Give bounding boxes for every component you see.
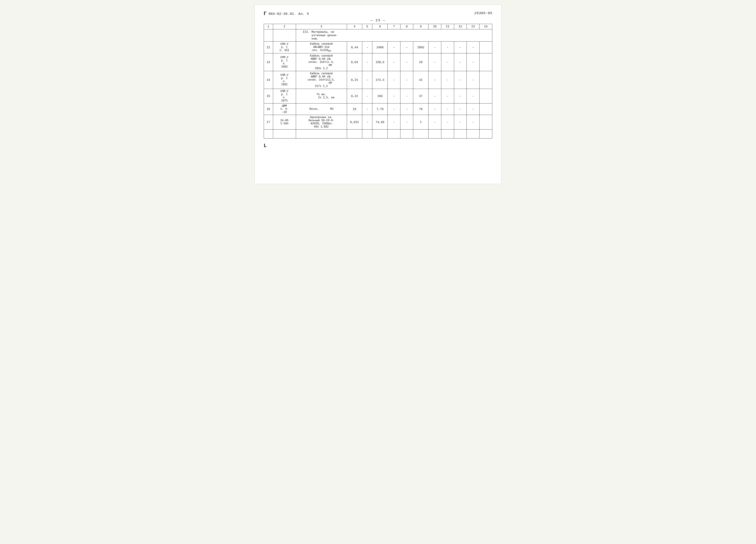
- row-I6-col6: 7,79: [372, 104, 388, 115]
- row-I4-col12: –: [454, 71, 467, 89]
- row-I7-col11: –: [441, 115, 454, 130]
- row-I3-col11: –: [441, 53, 454, 71]
- row-I2-col5: –: [362, 42, 372, 53]
- col-header-13: I3: [467, 24, 480, 29]
- row-I2-col13: –: [467, 42, 480, 53]
- col-header-5: 5: [362, 24, 372, 29]
- col-header-6: 6: [372, 24, 388, 29]
- row-I4-col5: –: [362, 71, 372, 89]
- row-I5-col6: I66: [372, 89, 388, 104]
- col-header-14: I4: [480, 24, 492, 29]
- empty-col12: [454, 130, 467, 139]
- row-I4-col9: 4I: [413, 71, 428, 89]
- row-I7-desc: Наконечник ка-бельный 50-IO-9--АУХЛЗ, IO…: [296, 115, 347, 130]
- row-I4-col11: –: [441, 71, 454, 89]
- row-I2-col6: 2460: [372, 42, 388, 53]
- row-I2-desc: Кабель силовойААLШВУ–Iквсеч. 3хI20КМ: [296, 42, 347, 53]
- row-I2-id: I2: [264, 42, 273, 53]
- row-I5-col4: 0,22: [347, 89, 362, 104]
- empty-col5: [362, 130, 372, 139]
- row-I5-col9: 37: [413, 89, 428, 104]
- row-I5-col5: –: [362, 89, 372, 104]
- row-I2-col12: –: [454, 42, 467, 53]
- empty-col1: [264, 130, 273, 139]
- footer-bracket: L: [264, 143, 492, 149]
- table-row-I5: I5 СПМ-У р. I п. I075 То же, 2х 2,5, км …: [264, 89, 492, 104]
- doc-number: 903-02-36.9I. Ал. 5: [268, 12, 309, 16]
- row-I2-ref: СПМ-У р. I п. 55I: [273, 42, 296, 53]
- row-I6-col8: –: [400, 104, 413, 115]
- row-I5-desc: То же, 2х 2,5, км: [296, 89, 347, 104]
- row-I3-ref: СПМ-У р. I п. I093: [273, 53, 296, 71]
- empty-row: [264, 130, 492, 139]
- row-I2-col14: [480, 42, 492, 53]
- main-table: 1 2 3 4 5 6 7 8 9 IO II I2 I3 I4: [264, 24, 492, 139]
- row-I5-col13: –: [467, 89, 480, 104]
- row-I3-col7: –: [388, 53, 400, 71]
- row-I6-col5: –: [362, 104, 372, 115]
- section-header-col1: [264, 29, 273, 42]
- empty-col7: [388, 130, 400, 139]
- row-I7-col9: I: [413, 115, 428, 130]
- header-left: Γ 903-02-36.9I. Ал. 5: [264, 11, 309, 16]
- row-I7-col8: –: [400, 115, 413, 130]
- row-I3-col6: 339,6: [372, 53, 388, 71]
- row-I3-col9: IO: [413, 53, 428, 71]
- section-header-row: III. Материалы, не учтенные ценни- ком.: [264, 29, 492, 42]
- empty-col10: [429, 130, 441, 139]
- row-I7-col10: –: [429, 115, 441, 130]
- row-I7-col14: [480, 115, 492, 130]
- row-I2-col9: I082: [413, 42, 428, 53]
- row-I5-ref: СПМ-У р. I п. I075: [273, 89, 296, 104]
- document-page: Γ 903-02-36.9I. Ал. 5 25305-05 — 23 — 1 …: [254, 4, 502, 184]
- row-I6-col9: 78: [413, 104, 428, 115]
- row-I7-col6: 74,66: [372, 115, 388, 130]
- col-header-10: IO: [429, 24, 441, 29]
- row-I3-col14: [480, 53, 492, 71]
- row-I4-desc: Кабель силовойАВВГ-0,66 кВ,сечен. 3х4+Iх…: [296, 71, 347, 89]
- row-I2-col8: –: [400, 42, 413, 53]
- row-I6-col4: IO: [347, 104, 362, 115]
- empty-col9: [413, 130, 428, 139]
- row-I7-col12: –: [454, 115, 467, 130]
- empty-col14: [480, 130, 492, 139]
- col-header-9: 9: [413, 24, 428, 29]
- empty-col11: [441, 130, 454, 139]
- row-I4-id: I4: [264, 71, 273, 89]
- row-I7-col5: –: [362, 115, 372, 130]
- header-top-bracket: Γ: [264, 11, 267, 16]
- row-I4-col4: 0,I5: [347, 71, 362, 89]
- row-I6-desc: Песок, М3: [296, 104, 347, 115]
- row-I3-col4: 0,03: [347, 53, 362, 71]
- row-I6-col13: –: [467, 104, 480, 115]
- table-row-I4: I4 СПМ-У р. I п. I092 Кабель силовойАВВГ…: [264, 71, 492, 89]
- empty-col8: [400, 130, 413, 139]
- row-I4-col6: 272,4: [372, 71, 388, 89]
- col-header-4: 4: [347, 24, 362, 29]
- row-I3-col8: –: [400, 53, 413, 71]
- row-I4-col7: –: [388, 71, 400, 89]
- row-I3-col10: –: [429, 53, 441, 71]
- row-I6-col11: –: [441, 104, 454, 115]
- section-header-text: III. Материалы, не учтенные ценни- ком.: [296, 29, 492, 42]
- table-row-I6: I6 ЦMM п. 4– –20 Песок, М3 IO – 7,79 – –…: [264, 104, 492, 115]
- row-I5-col7: –: [388, 89, 400, 104]
- row-I3-col5: –: [362, 53, 372, 71]
- col-header-12: I2: [454, 24, 467, 29]
- col-header-11: II: [441, 24, 454, 29]
- row-I5-col12: –: [454, 89, 467, 104]
- row-I4-col13: –: [467, 71, 480, 89]
- row-I5-col8: –: [400, 89, 413, 104]
- row-I7-col4: 0,0I2: [347, 115, 362, 130]
- col-header-8: 8: [400, 24, 413, 29]
- row-I6-col14: [480, 104, 492, 115]
- row-I6-ref: ЦMM п. 4– –20: [273, 104, 296, 115]
- table-row-I7: I7 24-05 I-594 Наконечник ка-бельный 50-…: [264, 115, 492, 130]
- col-header-7: 7: [388, 24, 400, 29]
- empty-col2: [273, 130, 296, 139]
- row-I6-id: I6: [264, 104, 273, 115]
- row-I7-col7: –: [388, 115, 400, 130]
- empty-col4: [347, 130, 362, 139]
- row-I5-col10: –: [429, 89, 441, 104]
- row-I6-col7: –: [388, 104, 400, 115]
